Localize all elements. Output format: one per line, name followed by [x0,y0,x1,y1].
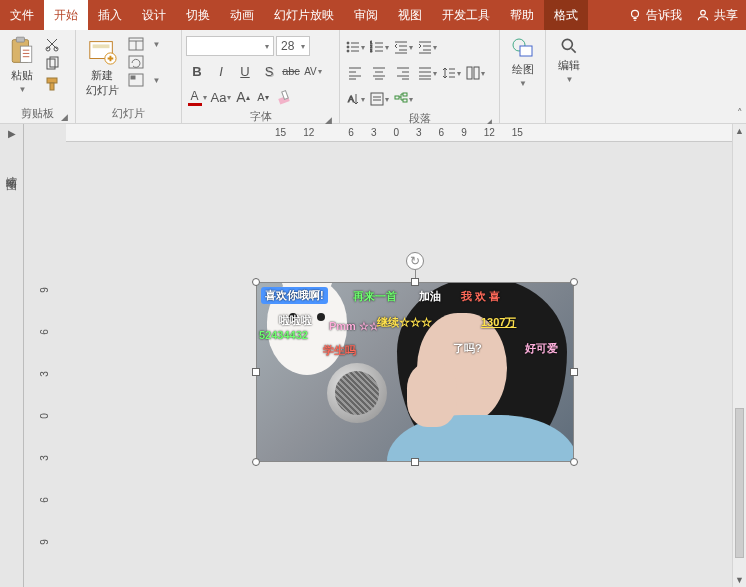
scroll-up-button[interactable]: ▲ [733,124,746,138]
group-paragraph: ▾ 123▾ ▾ ▾ ▾ ▾ ▾ A▾ ▾ ▾ 段落◢ [340,30,500,123]
group-font: ▾ 28▾ B I U S abc AV▾ A▾ Aa▾ A▴ A▾ 字体◢ [182,30,340,123]
align-center-button[interactable] [368,62,390,84]
resize-handle-br[interactable] [570,458,578,466]
svg-rect-13 [50,83,54,90]
resize-handle-r[interactable] [570,368,578,376]
tab-slideshow[interactable]: 幻灯片放映 [264,0,344,30]
resize-handle-bl[interactable] [252,458,260,466]
danmaku-text: 了吗? [453,341,482,356]
format-painter-button[interactable] [44,76,60,92]
indent-decrease-button[interactable]: ▾ [392,36,414,58]
tab-insert[interactable]: 插入 [88,0,132,30]
title-bar: 文件 开始 插入 设计 切换 动画 幻灯片放映 审阅 视图 开发工具 帮助 格式… [0,0,746,30]
svg-rect-3 [16,37,24,42]
font-size-combo[interactable]: 28▾ [276,36,310,56]
align-text-button[interactable]: ▾ [368,88,390,110]
svg-rect-72 [403,99,407,102]
font-dialog-launcher[interactable]: ◢ [323,112,333,122]
svg-rect-65 [474,67,479,79]
tab-format[interactable]: 格式 [544,0,588,30]
drawing-button[interactable]: 绘图 ▼ [505,36,541,88]
tell-me-search[interactable]: 告诉我 [628,7,682,24]
tab-transitions[interactable]: 切换 [176,0,220,30]
new-slide-button[interactable]: 新建 幻灯片 [80,36,124,98]
rotate-handle[interactable]: ↻ [406,252,424,270]
svg-rect-4 [20,46,31,62]
font-group-label: 字体 [250,110,272,122]
font-color-button[interactable]: A▾ [186,86,208,108]
svg-rect-74 [520,46,532,56]
thumbnails-tab-label: 缩略图 [4,167,19,173]
align-left-button[interactable] [344,62,366,84]
tab-help[interactable]: 帮助 [500,0,544,30]
tab-animations[interactable]: 动画 [220,0,264,30]
cut-button[interactable] [44,36,60,52]
tab-view[interactable]: 视图 [388,0,432,30]
paragraph-dialog-launcher[interactable]: ◢ [483,114,493,124]
strike-button[interactable]: S [258,60,280,82]
horizontal-ruler: 15126303691215 [66,124,732,142]
align-right-button[interactable] [392,62,414,84]
slide-canvas[interactable]: 15126303691215 9 6 3 0 3 6 9 ↻ 喜 [24,124,732,587]
collapse-ribbon-button[interactable]: ˄ [737,107,743,120]
align-justify-button[interactable]: ▾ [416,62,438,84]
copy-button[interactable] [44,56,60,72]
paste-button[interactable]: 粘贴 ▼ [4,36,40,94]
font-name-combo[interactable]: ▾ [186,36,274,56]
editing-label: 编辑 [558,58,580,73]
danmaku-text: Pmm ☆☆ [329,320,379,333]
resize-handle-l[interactable] [252,368,260,376]
bold-button[interactable]: B [186,60,208,82]
layout-button[interactable] [128,36,144,52]
svg-rect-20 [129,56,143,68]
picture-content: 喜欢你哦啊! 再来一首 加油 我 欢 喜 啦啦啦 Pmm ☆☆ 继续☆☆☆ 13… [256,282,574,462]
change-case-button[interactable]: Aa▾ [210,86,232,108]
vertical-ruler: 9 6 3 0 3 6 9 [24,142,66,587]
smartart-button[interactable]: ▾ [392,88,414,110]
person-icon [696,8,710,22]
paragraph-group-label: 段落 [409,112,431,124]
tab-file[interactable]: 文件 [0,0,44,30]
text-direction-button[interactable]: A▾ [344,88,366,110]
char-spacing-button[interactable]: AV▾ [302,60,324,82]
text-shadow-button[interactable]: abc [282,60,300,82]
selected-picture[interactable]: ↻ 喜欢你哦啊! 再来一首 加油 我 欢 喜 啦啦啦 Pmm ☆☆ 继续☆☆☆ … [256,282,574,462]
thumbnails-pane[interactable]: ▶ 缩略图 [0,124,24,587]
underline-button[interactable]: U [234,60,256,82]
bullets-button[interactable]: ▾ [344,36,366,58]
resize-handle-tr[interactable] [570,278,578,286]
line-spacing-button[interactable]: ▾ [440,62,462,84]
italic-button[interactable]: I [210,60,232,82]
layout-dropdown[interactable]: ▼ [148,36,164,52]
clipboard-dialog-launcher[interactable]: ◢ [59,109,69,119]
section-dropdown[interactable]: ▼ [148,72,164,88]
shrink-font-button[interactable]: A▾ [254,86,272,108]
scroll-track[interactable] [733,138,746,573]
numbering-button[interactable]: 123▾ [368,36,390,58]
reset-slide-button[interactable] [128,54,144,70]
clear-format-button[interactable] [274,86,296,108]
resize-handle-b[interactable] [411,458,419,466]
share-button[interactable]: 共享 [696,7,738,24]
shapes-icon [511,36,535,60]
reset-slide-extra[interactable] [148,54,164,70]
svg-rect-64 [467,67,472,79]
tab-design[interactable]: 设计 [132,0,176,30]
scroll-thumb[interactable] [735,408,744,558]
tab-home[interactable]: 开始 [44,0,88,30]
scroll-down-button[interactable]: ▼ [733,573,746,587]
expand-pane-button[interactable]: ▶ [8,124,16,143]
editing-button[interactable]: 编辑 ▼ [551,36,587,84]
svg-point-27 [347,46,349,48]
tab-review[interactable]: 审阅 [344,0,388,30]
grow-font-button[interactable]: A▴ [234,86,252,108]
resize-handle-tl[interactable] [252,278,260,286]
indent-increase-button[interactable]: ▾ [416,36,438,58]
tab-developer[interactable]: 开发工具 [432,0,500,30]
share-label: 共享 [714,7,738,24]
section-button[interactable] [128,72,144,88]
svg-point-29 [347,50,349,52]
resize-handle-t[interactable] [411,278,419,286]
vertical-scrollbar[interactable]: ▲ ▼ [732,124,746,587]
columns-button[interactable]: ▾ [464,62,486,84]
